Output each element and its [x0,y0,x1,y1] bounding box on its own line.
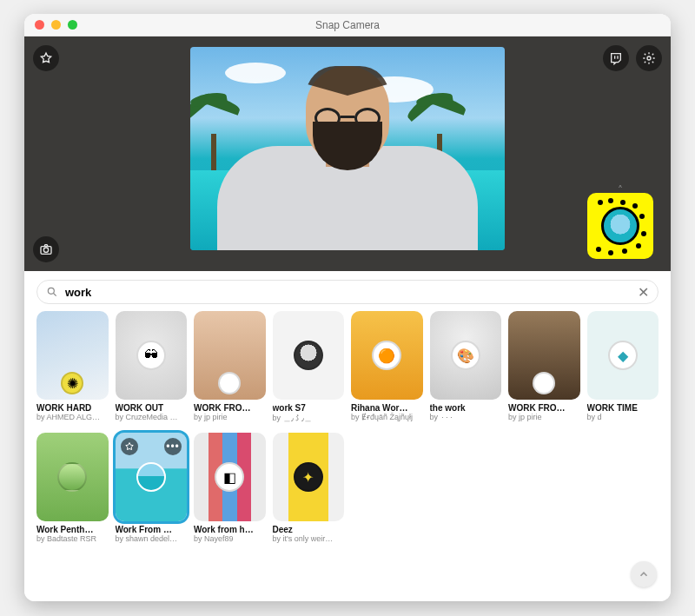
gear-icon [642,51,656,65]
lens-caption: WORK FRO…by jp pirie [194,403,266,421]
lens-thumbnail[interactable]: ••• [116,433,188,521]
clear-search-button[interactable]: ✕ [638,284,649,301]
lens-card[interactable]: work S7by ＿٫ دُ ٫＿ [273,311,345,424]
person-preview [222,68,473,250]
lens-card[interactable]: WORK FRO…by jp pirie [508,311,580,424]
video-area: ˄ [24,36,671,271]
window-minimize-button[interactable] [51,20,61,30]
lens-author: by Nayef89 [194,534,266,543]
snapcode-lens-icon [601,207,639,245]
lens-card[interactable]: WORK FRO…by jp pirie [194,311,266,424]
twitch-icon [609,51,623,65]
lens-author: by ＿٫ دُ ٫＿ [273,413,345,424]
lens-thumbnail[interactable] [508,311,580,400]
lens-thumbnail[interactable]: ✦ [273,433,345,521]
chevron-up-icon [638,568,650,580]
lens-title: Work From … [116,525,188,534]
lens-caption: WORK FRO…by jp pirie [508,403,580,421]
lens-caption: Deezby it's only weir… [273,525,345,543]
lens-title: WORK HARD [36,403,109,413]
camera-icon [39,242,53,256]
svg-point-2 [43,248,48,252]
lens-caption: Work Penth…by Badtaste RSR [36,525,109,543]
window-title: Snap Camera [24,19,671,31]
lens-grid: ✺WORK HARDby AHMED ALG…🕶WORK OUTby Cruze… [36,311,659,543]
titlebar: Snap Camera [24,14,671,36]
lens-author: by AHMED ALG… [36,413,109,421]
lens-author: by jp pirie [508,413,580,421]
svg-point-3 [48,288,54,294]
lens-title: Rihana Wor… [351,403,423,413]
lens-caption: Work From …by shawn dedel… [116,525,188,543]
flip-camera-button[interactable] [33,236,59,262]
lens-icon: 🟠 [372,341,401,370]
lens-title: Deez [273,525,345,534]
lens-author: by Badtaste RSR [36,534,109,543]
window-controls [24,20,77,30]
lens-author: by Ɇɍđųāñ Žąjñųłj [351,413,423,421]
lens-icon [136,462,166,492]
lens-author: by shawn dedel… [116,534,188,543]
lens-caption: WORK OUTby CruzeMedia … [116,403,188,421]
svg-point-0 [647,56,651,60]
lens-author: by it's only weir… [273,534,345,543]
lens-title: WORK FRO… [194,403,266,413]
lens-title: WORK OUT [116,403,188,413]
lens-thumbnail[interactable]: ◆ [587,311,659,400]
chevron-up-icon: ˄ [618,184,623,196]
search-input[interactable] [65,286,631,299]
star-icon [124,441,135,452]
twitch-button[interactable] [603,45,629,71]
lens-card[interactable]: ◧Work from h…by Nayef89 [194,433,266,543]
lens-thumbnail[interactable]: ✺ [36,311,109,400]
window-zoom-button[interactable] [68,20,77,30]
lens-thumbnail[interactable]: ◧ [194,433,266,521]
lens-title: work S7 [273,403,345,413]
lens-author: by ٠٠٠ [430,413,502,421]
lens-icon: ◧ [215,462,244,492]
favorite-toggle[interactable] [121,438,138,455]
lens-thumbnail[interactable]: 🕶 [116,311,188,400]
lens-thumbnail[interactable]: 🟠 [351,311,423,400]
lens-icon: ✺ [61,372,83,394]
favorites-button[interactable] [33,45,59,71]
lens-card[interactable]: 🎨the workby ٠٠٠ [430,311,502,424]
snapcode[interactable]: ˄ [587,193,653,259]
lens-card[interactable]: ✦Deezby it's only weir… [273,433,345,543]
lens-caption: work S7by ＿٫ دُ ٫＿ [273,403,345,424]
lens-author: by d [587,413,659,421]
settings-button[interactable] [636,45,662,71]
lens-card[interactable]: 🟠Rihana Wor…by Ɇɍđųāñ Žąjñųłj [351,311,423,424]
lens-caption: the workby ٠٠٠ [430,403,502,421]
lens-icon: ✦ [294,462,323,492]
lens-caption: WORK HARDby AHMED ALG… [36,403,109,421]
lens-icon: ◆ [608,341,638,370]
lens-caption: Work from h…by Nayef89 [194,525,266,543]
app-window: Snap Camera [24,14,671,601]
lens-panel: ✕ ✺WORK HARDby AHMED ALG…🕶WORK OUTby Cru… [24,271,671,601]
lens-title: WORK FRO… [508,403,580,413]
lens-title: the work [430,403,502,413]
lens-card[interactable]: 🕶WORK OUTby CruzeMedia … [116,311,188,424]
lens-card[interactable]: Work Penth…by Badtaste RSR [36,433,109,543]
search-bar[interactable]: ✕ [36,280,659,304]
scroll-to-top-button[interactable] [631,561,657,587]
search-icon [46,286,58,298]
star-icon [39,51,53,65]
lens-thumbnail[interactable] [194,311,266,400]
lens-thumbnail[interactable] [36,433,109,521]
lens-icon [533,372,555,394]
window-close-button[interactable] [35,20,44,30]
lens-icon [218,372,241,394]
lens-icon: 🎨 [451,341,480,370]
lens-caption: Rihana Wor…by Ɇɍđųāñ Žąjñųłj [351,403,423,421]
lens-thumbnail[interactable] [273,311,345,400]
lens-author: by jp pirie [194,413,266,421]
lens-card[interactable]: •••Work From …by shawn dedel… [116,433,188,543]
lens-card[interactable]: ◆WORK TIMEby d [587,311,659,424]
lens-icon: 🕶 [136,341,166,370]
lens-card[interactable]: ✺WORK HARDby AHMED ALG… [36,311,109,424]
more-options-button[interactable]: ••• [164,438,182,455]
lens-icon [294,341,323,370]
lens-thumbnail[interactable]: 🎨 [430,311,502,400]
